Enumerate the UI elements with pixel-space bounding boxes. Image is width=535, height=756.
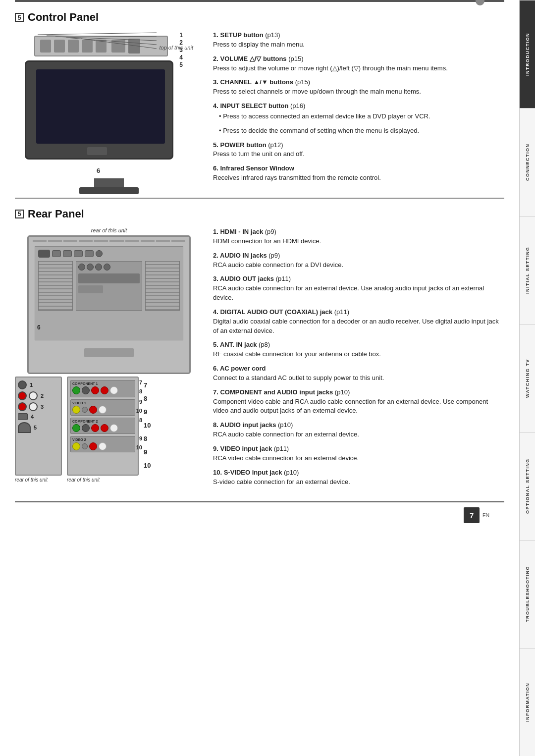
rp-item-8: 8. AUDIO input jacks (p10) RCA audio cab… <box>213 421 504 439</box>
tv-stand <box>94 178 124 188</box>
rear-label-10a: 10 <box>144 422 151 429</box>
sidebar-tab-optional-setting[interactable]: OPTIONAL SETTING <box>520 432 535 540</box>
page-bottom: 7 EN <box>15 501 504 527</box>
cp-num-4: 4 <box>179 54 183 61</box>
sidebar-tab-introduction[interactable]: INTRODUCTION <box>520 0 535 108</box>
rear-panel-header: 5 Rear Panel <box>15 208 504 220</box>
cp-btn-ch-up <box>82 40 93 53</box>
tv-outer <box>25 60 173 160</box>
rear-panel-title: Rear Panel <box>28 208 84 220</box>
cp-btn-vol-down <box>68 40 79 53</box>
rear-label-8a: 8 <box>144 395 151 402</box>
rear-speaker-left <box>38 261 73 311</box>
side-ant <box>18 422 31 433</box>
sidebar-tab-troubleshooting[interactable]: TROUBLESHOOTING <box>520 540 535 648</box>
rear-audio-in-r <box>63 250 72 257</box>
side-row-3: 3 <box>18 402 59 411</box>
cp-buttons-box <box>34 36 168 56</box>
rear-side-wrapper: 1 2 3 <box>15 377 62 483</box>
cp-num-1: 1 <box>179 32 183 39</box>
rear-mid-section <box>38 261 180 311</box>
side-audio-r <box>18 391 27 400</box>
sidebar-tab-information[interactable]: INFORMATION <box>520 648 535 756</box>
conn-num-8: 8 <box>139 388 142 394</box>
control-panel-body: 1 2 3 4 5 top of <box>15 31 504 188</box>
rear-caption-right: rear of this unit <box>67 477 100 483</box>
rear-digital-out <box>96 250 103 257</box>
control-panel-desc-col: 1. SETUP button (p13) Press to display t… <box>213 31 504 188</box>
rear-panel-diagram-col: rear of this unit <box>15 227 203 491</box>
side-audio-l <box>29 391 38 400</box>
sidebar-tab-connection[interactable]: CONNECTION <box>520 108 535 216</box>
rear-label-7: 7 <box>144 381 151 389</box>
conn-num-10a: 10 <box>136 408 142 414</box>
tv-stand-base <box>79 187 139 194</box>
cp-btn-input <box>111 40 125 53</box>
rear-tv-diagram: 6 <box>27 235 191 374</box>
rp-item-9: 9. VIDEO input jack (p11) RCA video cabl… <box>213 444 504 463</box>
control-panel-title: Control Panel <box>28 11 99 24</box>
lang-label: EN <box>482 513 489 518</box>
conn-group-comp2: COMPONENT 2 8 <box>70 418 135 434</box>
rear-audio-out-l <box>74 250 83 257</box>
rp-item-3: 3. AUDIO OUT jacks (p11) RCA audio cable… <box>213 274 504 303</box>
cp-item-4-subs: Press to access connected an external de… <box>213 112 504 136</box>
conn-num-10b: 10 <box>136 444 142 450</box>
rp-item-4: 4. DIGITAL AUDIO OUT (COAXIAL) jack (p11… <box>213 308 504 336</box>
rp-item-7: 7. COMPONENT and AUDIO input jacks (p10)… <box>213 388 504 416</box>
side-digital-out <box>18 413 28 420</box>
sidebar-tab-initial-setting[interactable]: INITIAL SETTING <box>520 216 535 324</box>
rear-side-panel: 1 2 3 <box>15 377 62 476</box>
rear-power-cord <box>78 285 103 293</box>
side-audio-out-l <box>29 402 38 411</box>
rear-panel-desc-list: 1. HDMI - IN jack (p9) HDMI connection f… <box>213 227 504 486</box>
rear-audio-out-r <box>85 250 94 257</box>
top-caption: top of this unit <box>160 45 194 51</box>
control-panel-tv-diagram: 1 2 3 4 5 top of <box>20 31 198 174</box>
conn-num-9b: 9 <box>139 435 142 441</box>
rear-center-jacks <box>78 264 140 270</box>
cp-num-5: 5 <box>179 61 183 68</box>
side-hdmi <box>18 380 27 389</box>
rear-panel-body: rear of this unit <box>15 227 504 491</box>
conn-num-7: 7 <box>139 379 142 385</box>
cp-item-6: 6. Infrared Sensor Window Receives infra… <box>213 164 504 183</box>
rear-inner-panel: 6 <box>35 246 183 340</box>
rear-caption-left: rear of this unit <box>15 477 48 483</box>
rear-audio-in-l <box>52 250 61 257</box>
rear-panel-desc-col: 1. HDMI - IN jack (p9) HDMI connection f… <box>213 227 504 491</box>
conn-num-9: 9 <box>139 399 142 405</box>
side-row-5: 5 <box>18 422 59 433</box>
cp-btn-ch-down <box>96 40 107 53</box>
conn-group-video1: VIDEO 1 9 10 <box>70 399 135 416</box>
rp-item-2: 2. AUDIO IN jacks (p9) RCA audio cable c… <box>213 251 504 270</box>
rear-label-8b: 8 <box>144 435 151 442</box>
rear-label-10b: 10 <box>144 462 151 469</box>
conn-svideo <box>82 407 88 413</box>
rear-stand-area <box>29 342 189 357</box>
cp-item-3: 3. CHANNEL ▲/▼ buttons (p15) Press to se… <box>213 78 504 97</box>
sidebar-tab-watching-tv[interactable]: WATCHING TV <box>520 324 535 432</box>
control-panel-diagram-col: 1 2 3 4 5 top of <box>15 31 203 188</box>
cp-item-1: 1. SETUP button (p13) Press to display t… <box>213 31 504 50</box>
rp-item-6: 6. AC power cord Connect to a standard A… <box>213 364 504 383</box>
rear-label-9b: 9 <box>144 448 151 456</box>
cp-num-6: 6 <box>97 167 100 174</box>
rear-stand <box>84 348 134 357</box>
control-panel-desc-list: 1. SETUP button (p13) Press to display t… <box>213 31 504 183</box>
tv-screen <box>36 69 165 144</box>
rear-panel-checkbox: 5 <box>15 210 24 218</box>
side-row-2: 2 <box>18 391 59 400</box>
rp-item-1: 1. HDMI - IN jack (p9) HDMI connection f… <box>213 227 504 246</box>
rear-conn-wrapper: COMPONENT 1 7 8 <box>67 377 139 483</box>
tv-ir-sensor <box>87 147 107 155</box>
conn-group-comp1: COMPONENT 1 7 8 <box>70 380 135 397</box>
cp-item-2: 2. VOLUME △/▽ buttons (p15) Press to adj… <box>213 54 504 73</box>
rear-connector-panel: COMPONENT 1 7 8 <box>67 377 139 476</box>
rear-right-numbers: 7 8 9 10 8 9 10 <box>144 377 151 469</box>
cp-btn-power <box>128 39 140 54</box>
side-row-1: 1 <box>18 380 59 389</box>
control-panel-checkbox: 5 <box>15 13 24 22</box>
svg-line-0 <box>38 33 157 35</box>
rear-tv-vents <box>29 237 189 244</box>
